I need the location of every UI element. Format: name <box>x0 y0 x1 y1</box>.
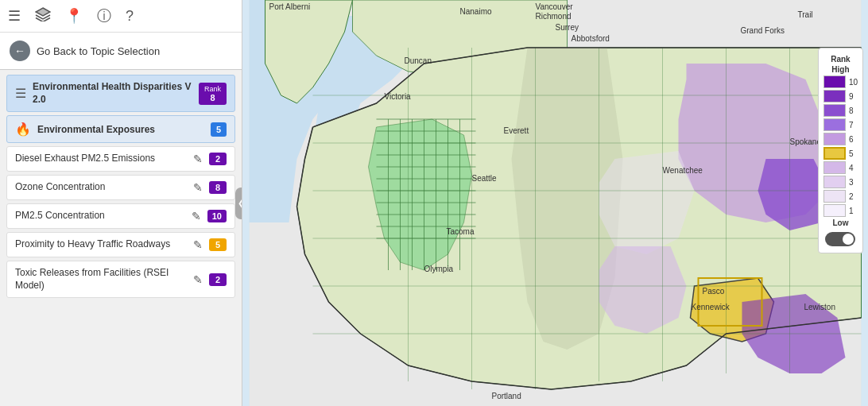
legend-color-5 <box>823 147 846 160</box>
legend-low-label: Low <box>832 218 848 227</box>
svg-marker-0 <box>36 8 50 16</box>
legend-color-9 <box>823 90 846 102</box>
svg-text:Lewiston: Lewiston <box>804 303 835 311</box>
secondary-topic-label: Environmental Exposures <box>37 124 204 135</box>
sub-item-label-0: Diesel Exhaust PM2.5 Emissions <box>15 153 187 165</box>
svg-text:Kennewick: Kennewick <box>692 303 730 311</box>
map-area: Port Alberni Nanaimo Vancouver Richmond … <box>242 0 868 406</box>
legend-num-6: 6 <box>849 135 854 144</box>
chart-icon-3: ✎ <box>193 238 203 251</box>
sub-item-rank-1: 8 <box>209 181 227 194</box>
svg-text:Everett: Everett <box>504 126 529 135</box>
svg-text:Abbotsford: Abbotsford <box>572 34 610 43</box>
svg-text:Port Alberni: Port Alberni <box>269 2 311 11</box>
secondary-topic-icon: 🔥 <box>15 122 31 137</box>
back-circle-icon: ← <box>10 41 30 61</box>
legend-color-3 <box>823 176 846 188</box>
legend-title: Rank <box>831 55 850 64</box>
svg-text:Richmond: Richmond <box>536 12 572 21</box>
sub-item-label-4: Toxic Releases from Facilities (RSEI Mod… <box>15 267 187 292</box>
sub-item-rank-0: 2 <box>209 153 227 165</box>
sub-item-rank-4: 2 <box>209 273 227 286</box>
left-panel: ☰ 📍 ⓘ ? ← Go Back to Topic Selection ☰ E… <box>0 0 242 406</box>
chart-icon-4: ✎ <box>193 273 203 286</box>
legend-row-5: 5 <box>823 147 858 160</box>
svg-text:Seattle: Seattle <box>472 174 498 183</box>
sub-item-label-1: Ozone Concentration <box>15 181 187 194</box>
svg-text:Victoria: Victoria <box>385 92 412 101</box>
info-icon[interactable]: ⓘ <box>97 6 111 25</box>
rank-value-text: 8 <box>210 93 215 102</box>
svg-text:Surrey: Surrey <box>556 23 579 32</box>
legend-num-2: 2 <box>849 192 854 201</box>
map-svg: Port Alberni Nanaimo Vancouver Richmond … <box>242 0 868 406</box>
legend-row-8: 8 <box>823 104 858 117</box>
legend-high-label: High <box>831 65 849 74</box>
legend-color-4 <box>823 161 846 174</box>
svg-text:Grand Forks: Grand Forks <box>741 26 785 35</box>
toolbar: ☰ 📍 ⓘ ? <box>0 0 242 33</box>
svg-text:Nanaimo: Nanaimo <box>460 7 492 16</box>
legend-color-10 <box>823 75 846 88</box>
legend-row-2: 2 <box>823 190 858 203</box>
legend-row-1: 1 <box>823 204 858 217</box>
legend-color-7 <box>823 118 846 131</box>
svg-text:Vancouver: Vancouver <box>536 2 574 11</box>
list-item[interactable]: PM2.5 Concentration ✎ 10 <box>6 203 235 229</box>
chart-icon-0: ✎ <box>193 153 203 165</box>
sub-item-label-3: Proximity to Heavy Traffic Roadways <box>15 238 187 251</box>
svg-text:Portland: Portland <box>492 392 521 400</box>
list-item[interactable]: Toxic Releases from Facilities (RSEI Mod… <box>6 261 235 298</box>
active-topic-item[interactable]: ☰ Environmental Health Disparities V 2.0… <box>6 75 235 112</box>
legend-color-2 <box>823 190 846 203</box>
active-topic-rank-badge: Rank 8 <box>199 83 227 105</box>
legend-row-10: 10 <box>823 75 858 88</box>
legend-toggle[interactable] <box>825 232 855 246</box>
back-button[interactable]: ← Go Back to Topic Selection <box>0 33 242 70</box>
list-icon[interactable]: ☰ <box>8 7 21 25</box>
sub-item-rank-2: 10 <box>207 210 227 222</box>
list-item[interactable]: Proximity to Heavy Traffic Roadways ✎ 5 <box>6 232 235 257</box>
legend-num-9: 9 <box>849 92 854 101</box>
legend-color-8 <box>823 104 846 117</box>
svg-text:Wenatchee: Wenatchee <box>663 166 703 175</box>
legend-color-1 <box>823 204 846 217</box>
help-icon[interactable]: ? <box>126 8 134 25</box>
legend-num-1: 1 <box>849 207 854 215</box>
secondary-topic-item[interactable]: 🔥 Environmental Exposures 5 <box>6 115 235 143</box>
svg-text:Duncan: Duncan <box>405 56 432 65</box>
list-item[interactable]: Diesel Exhaust PM2.5 Emissions ✎ 2 <box>6 146 235 172</box>
list-item[interactable]: Ozone Concentration ✎ 8 <box>6 175 235 200</box>
layers-icon[interactable] <box>35 7 51 25</box>
chart-icon-1: ✎ <box>193 181 203 194</box>
legend: Rank High 10 9 8 7 6 5 4 <box>818 48 863 253</box>
legend-row-4: 4 <box>823 161 858 174</box>
legend-row-7: 7 <box>823 118 858 131</box>
svg-text:Spokane: Spokane <box>790 137 822 146</box>
secondary-rank-badge: 5 <box>211 122 227 137</box>
legend-color-6 <box>823 133 846 145</box>
legend-row-3: 3 <box>823 176 858 188</box>
svg-text:Olympia: Olympia <box>424 265 454 273</box>
legend-num-3: 3 <box>849 178 854 187</box>
svg-text:Pasco: Pasco <box>703 287 725 296</box>
legend-num-4: 4 <box>849 164 854 172</box>
legend-num-7: 7 <box>849 121 854 130</box>
legend-num-5: 5 <box>849 149 854 158</box>
active-topic-icon: ☰ <box>15 86 26 101</box>
resize-handle[interactable]: ❮ <box>235 188 242 219</box>
svg-text:Trail: Trail <box>798 10 813 19</box>
legend-num-10: 10 <box>849 78 858 87</box>
chart-icon-2: ✎ <box>192 210 201 222</box>
legend-row-6: 6 <box>823 133 858 145</box>
rank-label-text: Rank <box>204 85 221 93</box>
list-area: ☰ Environmental Health Disparities V 2.0… <box>0 70 242 406</box>
legend-row-9: 9 <box>823 90 858 102</box>
active-topic-label: Environmental Health Disparities V 2.0 <box>33 81 192 106</box>
sub-item-rank-3: 5 <box>209 238 227 251</box>
svg-text:Tacoma: Tacoma <box>447 227 475 236</box>
legend-num-8: 8 <box>849 106 854 115</box>
location-icon[interactable]: 📍 <box>65 7 83 25</box>
sub-item-label-2: PM2.5 Concentration <box>15 210 185 222</box>
secondary-rank-value: 5 <box>216 125 221 134</box>
